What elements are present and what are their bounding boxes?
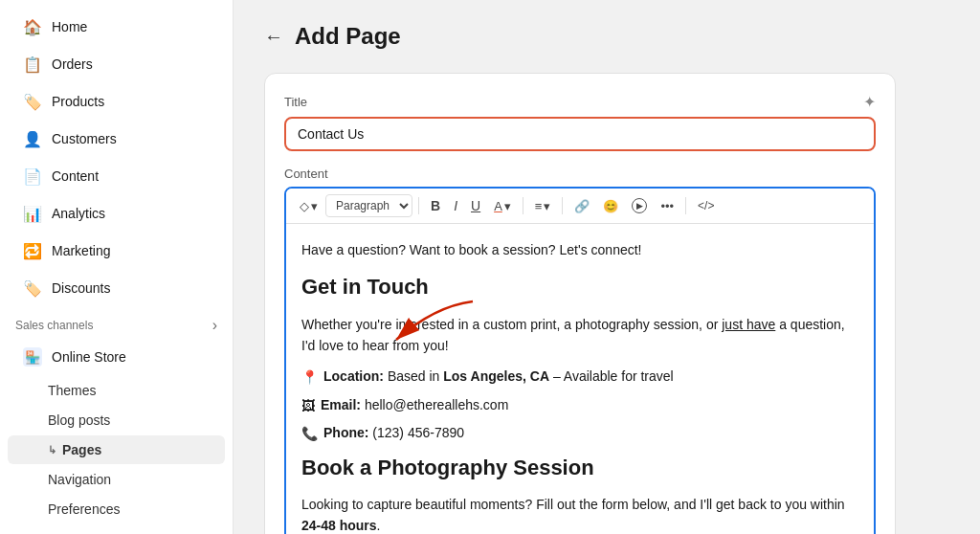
sidebar-item-products[interactable]: 🏷️ Products bbox=[8, 83, 225, 120]
add-page-card: Title ✦ Content ◇ ▾ Paragraph B I U bbox=[264, 73, 896, 534]
just-have-link[interactable]: just have bbox=[722, 317, 775, 332]
align-icon: ≡ bbox=[535, 199, 543, 213]
email-icon: 🖼 bbox=[301, 395, 315, 416]
format-arrow: ▾ bbox=[311, 199, 318, 213]
customers-icon: 👤 bbox=[23, 129, 42, 148]
online-store-label: Online Store bbox=[52, 349, 126, 365]
font-color-button[interactable]: A ▾ bbox=[488, 195, 517, 217]
sidebar-sub-navigation[interactable]: Navigation bbox=[8, 465, 225, 494]
products-icon: 🏷️ bbox=[23, 92, 42, 111]
sidebar: 🏠 Home 📋 Orders 🏷️ Products 👤 Customers … bbox=[0, 0, 234, 534]
page-title: Add Page bbox=[295, 23, 401, 50]
title-field-label: Title ✦ bbox=[284, 93, 876, 111]
heading-book-session: Book a Photography Session bbox=[301, 451, 858, 484]
intro-paragraph: Have a question? Want to book a session?… bbox=[301, 239, 858, 260]
sales-channels-expand[interactable]: › bbox=[212, 317, 217, 334]
paragraph-booking: Looking to capture beautiful moments? Fi… bbox=[301, 494, 858, 534]
sidebar-item-analytics[interactable]: 📊 Analytics bbox=[8, 195, 225, 232]
sidebar-item-label: Orders bbox=[52, 56, 93, 72]
back-button[interactable]: ← bbox=[264, 26, 283, 48]
sidebar-item-online-store[interactable]: 🏪 Online Store bbox=[8, 339, 225, 375]
media-icon: ▶ bbox=[632, 198, 647, 213]
sidebar-item-label: Customers bbox=[52, 131, 117, 146]
emoji-button[interactable]: 😊 bbox=[597, 195, 624, 217]
sidebar-item-marketing[interactable]: 🔁 Marketing bbox=[8, 233, 225, 269]
sidebar-item-label: Discounts bbox=[52, 280, 110, 296]
paragraph-select[interactable]: Paragraph bbox=[325, 194, 412, 217]
editor-content-area[interactable]: Have a question? Want to book a session?… bbox=[286, 224, 874, 534]
content-field-label: Content bbox=[284, 167, 876, 181]
align-arrow: ▾ bbox=[544, 199, 550, 213]
hours-bold: 24-48 hours bbox=[301, 518, 377, 533]
sidebar-sub-preferences[interactable]: Preferences bbox=[8, 495, 225, 523]
phone-label: Phone: bbox=[323, 425, 368, 440]
email-text: hello@ethereallehs.com bbox=[365, 397, 508, 412]
more-button[interactable]: ••• bbox=[655, 195, 679, 217]
toolbar-sep-2 bbox=[523, 197, 523, 214]
email-label: Email: bbox=[321, 397, 361, 412]
sidebar-item-content[interactable]: 📄 Content bbox=[8, 158, 225, 194]
content-icon: 📄 bbox=[23, 167, 42, 186]
online-store-icon: 🏪 bbox=[23, 347, 42, 367]
email-row: 🖼 Email: hello@ethereallehs.com bbox=[301, 394, 858, 416]
sidebar-item-customers[interactable]: 👤 Customers bbox=[8, 121, 225, 157]
sidebar-item-label: Products bbox=[52, 94, 104, 109]
font-color-label: A bbox=[494, 199, 502, 213]
phone-icon: 📞 bbox=[301, 423, 318, 444]
sidebar-item-discounts[interactable]: 🏷️ Discounts bbox=[8, 270, 225, 306]
home-icon: 🏠 bbox=[23, 17, 42, 36]
sidebar-item-label: Analytics bbox=[52, 206, 105, 221]
link-icon: 🔗 bbox=[574, 199, 590, 213]
emoji-icon: 😊 bbox=[603, 199, 618, 213]
link-button[interactable]: 🔗 bbox=[568, 195, 595, 217]
paragraph-description: Whether you're interested in a custom pr… bbox=[301, 314, 858, 357]
main-content: ← Add Page Title ✦ Content ◇ ▾ Paragraph bbox=[234, 0, 980, 534]
format-icon-btn[interactable]: ◇ ▾ bbox=[294, 195, 323, 217]
orders-icon: 📋 bbox=[23, 55, 42, 74]
toolbar-sep-1 bbox=[418, 197, 419, 214]
align-button[interactable]: ≡ ▾ bbox=[529, 195, 557, 217]
title-input[interactable] bbox=[284, 117, 876, 151]
location-pin-icon: 📍 bbox=[301, 367, 318, 388]
discounts-icon: 🏷️ bbox=[23, 278, 42, 298]
sidebar-item-orders[interactable]: 📋 Orders bbox=[8, 46, 225, 82]
font-color-arrow: ▾ bbox=[504, 199, 511, 213]
sidebar-item-label: Home bbox=[52, 19, 87, 34]
toolbar-sep-4 bbox=[685, 197, 686, 214]
location-row: 📍 Location: Based in Los Angeles, CA – A… bbox=[301, 366, 858, 388]
sidebar-item-label: Content bbox=[52, 168, 99, 184]
format-icon: ◇ bbox=[300, 199, 309, 213]
page-header: ← Add Page bbox=[264, 23, 949, 50]
sidebar-sub-themes[interactable]: Themes bbox=[8, 376, 225, 405]
sidebar-item-home[interactable]: 🏠 Home bbox=[8, 9, 225, 45]
more-icon: ••• bbox=[660, 199, 674, 213]
sidebar-item-label: Marketing bbox=[52, 243, 110, 258]
phone-row: 📞 Phone: (123) 456-7890 bbox=[301, 422, 858, 444]
analytics-icon: 📊 bbox=[23, 204, 42, 223]
location-city: Los Angeles, CA bbox=[443, 368, 549, 384]
code-button[interactable]: </> bbox=[692, 195, 720, 216]
underline-button[interactable]: U bbox=[465, 194, 486, 217]
sidebar-sub-pages[interactable]: ↳ Pages bbox=[8, 435, 225, 464]
marketing-icon: 🔁 bbox=[23, 241, 42, 260]
bold-button[interactable]: B bbox=[425, 194, 446, 217]
sales-channels-section: Sales channels › bbox=[0, 307, 233, 338]
sparkle-icon[interactable]: ✦ bbox=[863, 93, 876, 111]
sidebar-sub-blog-posts[interactable]: Blog posts bbox=[8, 406, 225, 434]
italic-button[interactable]: I bbox=[448, 194, 463, 217]
toolbar-sep-3 bbox=[562, 197, 563, 214]
media-button[interactable]: ▶ bbox=[626, 194, 653, 217]
location-label: Location: bbox=[323, 368, 384, 384]
content-editor: ◇ ▾ Paragraph B I U A ▾ ≡ ▾ bbox=[284, 187, 876, 534]
editor-toolbar: ◇ ▾ Paragraph B I U A ▾ ≡ ▾ bbox=[286, 189, 874, 224]
heading-get-in-touch: Get in Touch bbox=[301, 270, 858, 303]
phone-text: (123) 456-7890 bbox=[372, 425, 464, 440]
code-icon: </> bbox=[698, 199, 714, 212]
